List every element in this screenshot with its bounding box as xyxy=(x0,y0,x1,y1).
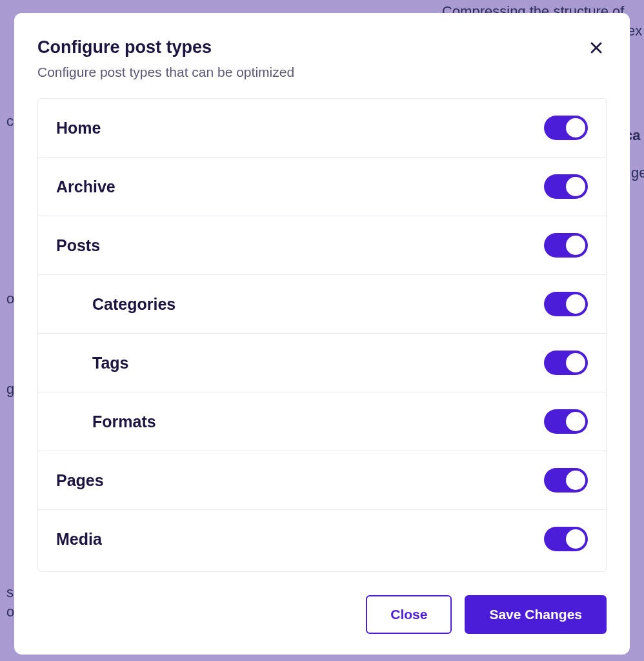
row-label: Posts xyxy=(56,236,100,255)
post-type-row-categories: Categories xyxy=(38,275,606,334)
toggle-archive[interactable] xyxy=(544,174,588,199)
post-type-row-pages: Pages xyxy=(38,451,606,510)
modal-subtitle: Configure post types that can be optimiz… xyxy=(37,65,607,80)
modal-title: Configure post types xyxy=(37,37,212,57)
toggle-knob xyxy=(566,177,585,196)
row-label: Home xyxy=(56,119,101,137)
toggle-formats[interactable] xyxy=(544,409,588,434)
background-text: o xyxy=(6,290,14,307)
post-type-row-posts: Posts xyxy=(38,216,606,275)
background-text: s xyxy=(6,584,14,601)
close-icon xyxy=(589,40,604,56)
row-label: Pages xyxy=(56,471,104,490)
background-text: ge xyxy=(631,165,644,181)
toggle-knob xyxy=(566,412,585,431)
toggle-media[interactable] xyxy=(544,527,588,551)
post-type-row-formats: Formats xyxy=(38,392,606,451)
configure-post-types-modal: Configure post types Configure post type… xyxy=(14,13,630,655)
toggle-knob xyxy=(566,353,585,372)
toggle-posts[interactable] xyxy=(544,233,588,258)
modal-header: Configure post types xyxy=(37,37,607,58)
post-type-row-home: Home xyxy=(38,99,606,158)
post-type-row-archive: Archive xyxy=(38,158,606,216)
modal-footer: Close Save Changes xyxy=(37,595,607,634)
toggle-tags[interactable] xyxy=(544,351,588,375)
toggle-categories[interactable] xyxy=(544,292,588,316)
toggle-knob xyxy=(566,529,585,549)
close-icon-button[interactable] xyxy=(586,37,607,58)
post-type-row-tags: Tags xyxy=(38,334,606,392)
toggle-knob xyxy=(566,294,585,314)
close-button[interactable]: Close xyxy=(366,595,452,634)
toggle-knob xyxy=(566,471,585,490)
row-label: Categories xyxy=(92,295,176,314)
post-types-list: Home Archive Posts Categories Tags Forma… xyxy=(37,98,607,572)
row-label: Media xyxy=(56,530,102,549)
row-label: Tags xyxy=(92,354,129,372)
row-label: Formats xyxy=(92,412,156,431)
row-label: Archive xyxy=(56,178,116,196)
toggle-knob xyxy=(566,236,585,255)
post-type-row-media: Media xyxy=(38,510,606,568)
toggle-pages[interactable] xyxy=(544,468,588,493)
save-changes-button[interactable]: Save Changes xyxy=(465,595,607,634)
background-text: g xyxy=(6,381,14,398)
toggle-knob xyxy=(566,118,585,137)
toggle-home[interactable] xyxy=(544,116,588,140)
